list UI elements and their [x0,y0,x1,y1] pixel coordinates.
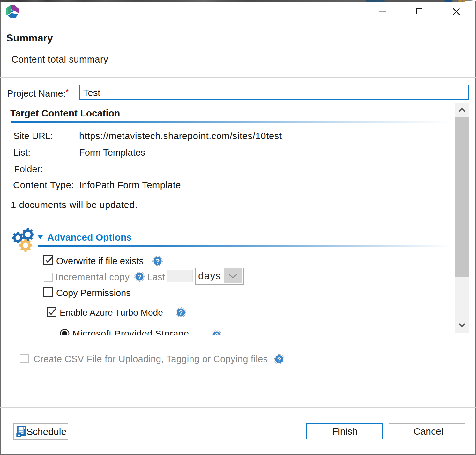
svg-text:?: ? [215,332,219,335]
svg-text:?: ? [277,356,281,363]
svg-text:?: ? [156,257,160,265]
svg-text:?: ? [138,273,142,280]
svg-text:?: ? [179,309,183,316]
